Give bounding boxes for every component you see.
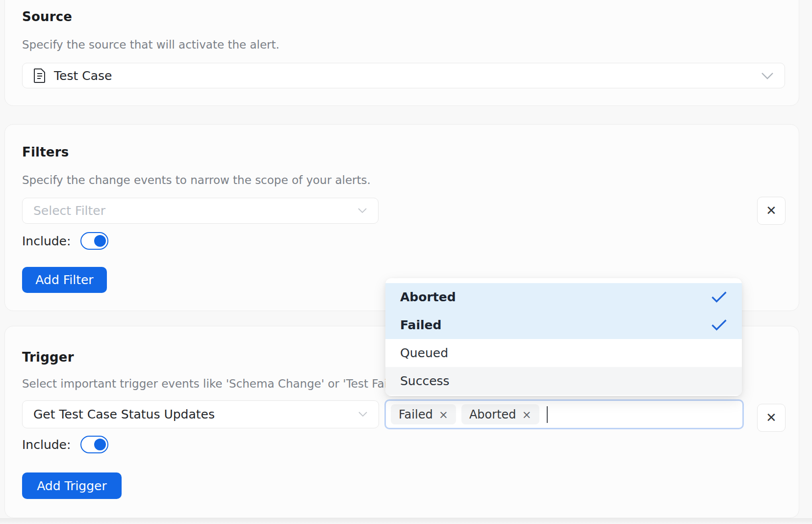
source-select-value: Test Case [54,69,112,83]
chevron-down-icon [761,72,774,79]
include-toggle[interactable] [80,232,108,250]
include-toggle[interactable] [80,436,108,453]
filters-include-row: Include: [22,232,108,250]
toggle-knob-icon [94,439,106,450]
remove-filter-row-button[interactable]: ✕ [757,197,786,225]
trigger-select-value: Get Test Case Status Updates [33,407,215,421]
trigger-description: Select important trigger events like 'Sc… [22,377,386,390]
selected-tag-failed: Failed × [391,404,456,424]
chevron-down-icon [357,208,367,214]
file-text-icon [33,68,46,83]
tag-label: Aborted [469,408,516,421]
add-trigger-button[interactable]: Add Trigger [22,472,122,499]
trigger-event-select[interactable]: Get Test Case Status Updates [22,400,379,428]
include-label: Include: [22,234,71,248]
remove-trigger-row-button[interactable]: ✕ [757,404,786,432]
source-card: Source Specify the source that will acti… [4,0,799,106]
remove-tag-icon[interactable]: × [439,408,448,421]
check-icon [711,319,727,331]
dropdown-option-failed[interactable]: Failed [385,311,742,339]
tag-label: Failed [399,408,433,421]
source-description: Specify the source that will activate th… [22,38,787,51]
close-icon: ✕ [766,410,777,425]
chevron-down-icon [358,411,368,418]
close-icon: ✕ [766,203,777,218]
include-label: Include: [22,438,71,452]
page-bottom-shadow [0,518,812,524]
add-filter-button[interactable]: Add Filter [22,267,107,293]
remove-tag-icon[interactable]: × [522,408,532,421]
dropdown-option-aborted[interactable]: Aborted [385,283,742,311]
filter-select-placeholder: Select Filter [33,204,105,218]
trigger-include-row: Include: [22,436,108,453]
option-label: Failed [400,318,441,332]
trigger-title: Trigger [22,350,74,365]
source-select[interactable]: Test Case [22,63,785,88]
status-dropdown-menu: Aborted Failed Queued Success [385,278,742,396]
source-title: Source [22,9,72,24]
dropdown-option-success[interactable]: Success [385,367,742,395]
toggle-knob-icon [94,235,106,247]
text-cursor [547,406,548,423]
status-multiselect-input[interactable]: Failed × Aborted × [384,399,744,429]
filters-title: Filters [22,145,69,159]
option-label: Aborted [400,290,456,304]
option-label: Queued [400,346,448,360]
selected-tag-aborted: Aborted × [461,404,539,424]
dropdown-option-queued[interactable]: Queued [385,339,742,367]
filter-select[interactable]: Select Filter [22,198,379,224]
check-icon [711,291,727,303]
option-label: Success [400,374,450,388]
filters-description: Specify the change events to narrow the … [22,174,787,186]
